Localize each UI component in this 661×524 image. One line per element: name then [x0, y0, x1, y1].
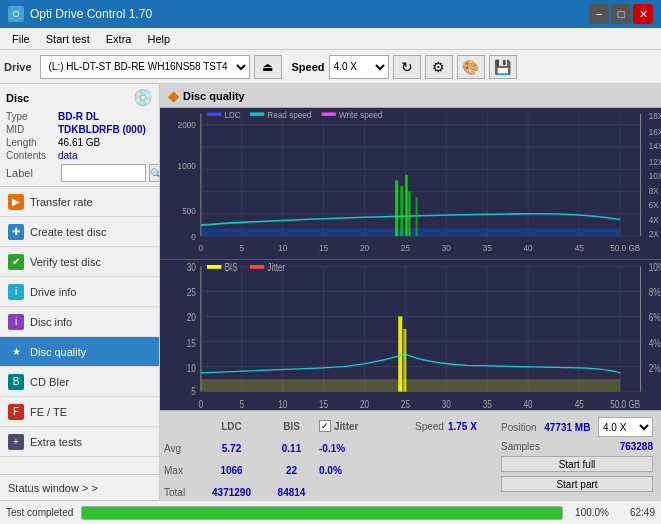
content-area: ◆ Disc quality — [160, 84, 661, 500]
status-bar: Test completed 100.0% 62:49 — [0, 500, 661, 524]
status-window-label: Status window > > — [8, 482, 98, 494]
svg-text:45: 45 — [575, 399, 584, 410]
jitter-section: ✓ Jitter — [319, 420, 409, 432]
stats-total-label: Total — [164, 487, 199, 498]
svg-text:10: 10 — [187, 362, 196, 373]
svg-text:15: 15 — [187, 337, 196, 348]
save-button[interactable]: 💾 — [489, 55, 517, 79]
disc-label-row: Label 🔍 — [6, 164, 153, 182]
extra-tests-icon: + — [8, 434, 24, 450]
disc-contents-value: data — [58, 150, 77, 161]
svg-rect-45 — [400, 186, 403, 236]
svg-text:14X: 14X — [649, 141, 661, 151]
close-button[interactable]: ✕ — [633, 4, 653, 24]
toolbar: Drive (L:) HL-DT-ST BD-RE WH16NS58 TST4 … — [0, 50, 661, 84]
svg-text:25: 25 — [401, 242, 410, 252]
svg-text:20: 20 — [360, 399, 369, 410]
jitter-checkbox[interactable]: ✓ — [319, 420, 331, 432]
menu-help[interactable]: Help — [139, 31, 178, 47]
chart-top-svg: 2000 1000 500 0 18X 16X 14X 12X 10X 8X 6… — [160, 108, 661, 259]
disc-label-input[interactable] — [61, 164, 146, 182]
svg-text:2000: 2000 — [178, 120, 196, 130]
svg-text:35: 35 — [483, 399, 492, 410]
stats-max-ldc: 1066 — [199, 465, 264, 476]
disc-quality-header-title: Disc quality — [183, 90, 245, 102]
stats-total-bis: 84814 — [264, 487, 319, 498]
settings-button[interactable]: ⚙ — [425, 55, 453, 79]
refresh-button[interactable]: ↻ — [393, 55, 421, 79]
sidebar-item-disc-info-label: Disc info — [30, 316, 72, 328]
svg-text:5: 5 — [240, 242, 245, 252]
svg-text:25: 25 — [187, 287, 196, 298]
stats-jitter-header: Jitter — [334, 421, 358, 432]
sidebar-item-extra-tests[interactable]: + Extra tests — [0, 427, 159, 457]
sidebar-item-fe-te[interactable]: F FE / TE — [0, 397, 159, 427]
eject-button[interactable]: ⏏ — [254, 55, 282, 79]
svg-text:Write speed: Write speed — [339, 110, 383, 120]
samples-label: Samples — [501, 441, 540, 452]
start-part-button[interactable]: Start part — [501, 476, 653, 492]
sidebar-item-cd-bier[interactable]: B CD BIer — [0, 367, 159, 397]
chart-speed-select[interactable]: 4.0 X — [598, 417, 653, 437]
stats-avg-bis: 0.11 — [264, 443, 319, 454]
sidebar-item-create-test-disc-label: Create test disc — [30, 226, 106, 238]
disc-mid-value: TDKBLDRFB (000) — [58, 124, 146, 135]
svg-text:5: 5 — [240, 399, 245, 410]
sidebar-item-disc-info[interactable]: i Disc info — [0, 307, 159, 337]
svg-text:30: 30 — [442, 399, 451, 410]
svg-text:10: 10 — [278, 242, 287, 252]
stats-bis-header: BIS — [264, 421, 319, 432]
maximize-button[interactable]: □ — [611, 4, 631, 24]
svg-text:15: 15 — [319, 399, 328, 410]
charts-container: 2000 1000 500 0 18X 16X 14X 12X 10X 8X 6… — [160, 108, 661, 410]
title-bar-controls: − □ ✕ — [589, 4, 653, 24]
drive-label: Drive — [4, 61, 32, 73]
svg-text:40: 40 — [524, 242, 533, 252]
sidebar-item-disc-quality[interactable]: ★ Disc quality — [0, 337, 159, 367]
svg-text:LDC: LDC — [224, 110, 240, 120]
disc-length-row: Length 46.61 GB — [6, 137, 153, 148]
svg-text:2%: 2% — [649, 362, 661, 373]
svg-rect-48 — [416, 197, 418, 236]
sidebar-item-transfer-rate[interactable]: ▶ Transfer rate — [0, 187, 159, 217]
disc-type-label: Type — [6, 111, 58, 122]
chart-bottom: 30 25 20 15 10 5 10% 8% 6% 4% 2% 0 5 — [160, 260, 661, 411]
fe-te-icon: F — [8, 404, 24, 420]
stats-header-row: LDC BIS ✓ Jitter Speed 1.75 X — [164, 415, 497, 437]
stats-avg-label: Avg — [164, 443, 199, 454]
status-percent: 100.0% — [571, 507, 609, 518]
progress-bar-fill — [82, 507, 562, 519]
status-window-button[interactable]: Status window > > — [0, 474, 159, 500]
disc-quality-header: ◆ Disc quality — [160, 84, 661, 108]
svg-rect-97 — [398, 316, 402, 391]
svg-rect-47 — [408, 192, 410, 237]
svg-text:16X: 16X — [649, 126, 661, 136]
svg-rect-53 — [322, 112, 336, 115]
svg-text:6%: 6% — [649, 312, 661, 323]
disc-icon: 💿 — [133, 88, 153, 107]
menu-file[interactable]: File — [4, 31, 38, 47]
disc-type-value: BD-R DL — [58, 111, 99, 122]
disc-label-button[interactable]: 🔍 — [149, 164, 160, 182]
sidebar-item-drive-info[interactable]: i Drive info — [0, 277, 159, 307]
speed-select[interactable]: 4.0 X — [329, 55, 389, 79]
sidebar-item-create-test-disc[interactable]: ✚ Create test disc — [0, 217, 159, 247]
disc-panel: Disc 💿 Type BD-R DL MID TDKBLDRFB (000) … — [0, 84, 159, 187]
svg-text:5: 5 — [191, 386, 196, 397]
disc-contents-label: Contents — [6, 150, 58, 161]
menu-bar: File Start test Extra Help — [0, 28, 661, 50]
menu-extra[interactable]: Extra — [98, 31, 140, 47]
speed-info-row1: Position 47731 MB 4.0 X — [501, 417, 653, 437]
stats-total-row: Total 4371290 84814 — [164, 481, 497, 500]
transfer-rate-icon: ▶ — [8, 194, 24, 210]
start-full-button[interactable]: Start full — [501, 456, 653, 472]
progress-bar-container — [81, 506, 563, 520]
menu-start-test[interactable]: Start test — [38, 31, 98, 47]
svg-text:1000: 1000 — [178, 161, 196, 171]
sidebar-item-verify-test-disc[interactable]: ✔ Verify test disc — [0, 247, 159, 277]
minimize-button[interactable]: − — [589, 4, 609, 24]
palette-button[interactable]: 🎨 — [457, 55, 485, 79]
drive-select[interactable]: (L:) HL-DT-ST BD-RE WH16NS58 TST4 — [40, 55, 250, 79]
sidebar-item-extra-tests-label: Extra tests — [30, 436, 82, 448]
svg-text:BIS: BIS — [224, 262, 237, 273]
